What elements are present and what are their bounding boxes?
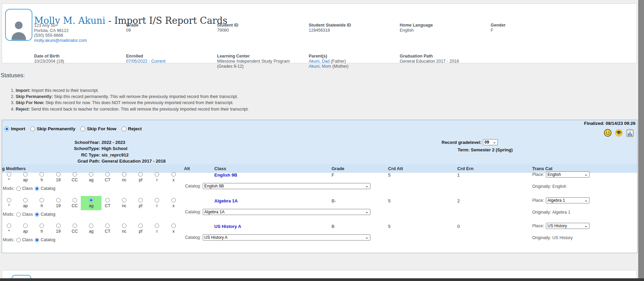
mods-catalog-radio[interactable] (35, 238, 39, 242)
modifier-radio-nc[interactable] (122, 224, 126, 228)
chevron-down-icon: ⌄ (584, 225, 588, 227)
parent-link[interactable]: Akuni, Mom (309, 64, 331, 69)
modifier-radio-ct[interactable] (105, 198, 110, 202)
smiley-icon[interactable] (603, 128, 612, 137)
status-option-reject[interactable]: Reject (122, 126, 142, 131)
modifier-label-star: * (8, 229, 10, 234)
modifier-radio-ag[interactable] (89, 172, 93, 177)
modifier-label-nc: nc (122, 229, 126, 234)
modifier-radio-h[interactable] (40, 224, 44, 228)
place-select[interactable]: US History⌄ (546, 223, 589, 229)
mods-line: Mods: Class Catalog (3, 237, 55, 242)
modifier-radio-pf[interactable] (138, 198, 143, 202)
catalog-select[interactable]: US History A⌄ (203, 234, 370, 241)
address-line: Portola, CA 96122 (34, 28, 87, 33)
status-option-skip-permanently[interactable]: Skip Permanently (30, 126, 75, 131)
status-option-skip-for-now[interactable]: Skip For Now (80, 126, 116, 131)
modifier-radio-ap[interactable] (23, 224, 28, 228)
modifier-radio-19[interactable] (56, 224, 61, 228)
mods-class-radio[interactable] (16, 186, 21, 191)
modifier-radio-star[interactable] (7, 224, 11, 228)
class-link[interactable]: Algebra 1A (214, 198, 238, 203)
mods-catalog-option[interactable]: Catalog (35, 212, 55, 217)
enrolled-link[interactable]: 07/05/2022 - Current (126, 59, 165, 64)
student-email-link[interactable]: molly.akuni@mailinator.com (34, 38, 87, 43)
modifier-radio-star[interactable] (7, 198, 11, 202)
modifier-radio-x[interactable] (171, 172, 176, 177)
mods-class-option[interactable]: Class (16, 186, 33, 191)
modifier-radio-cc[interactable] (73, 198, 77, 202)
originally-label: Originally: US History (532, 235, 573, 240)
finalized-timestamp: Finalized: 08/14/23 09:26 (584, 121, 635, 126)
record-gradelevel-select[interactable]: 09⌄ (483, 139, 498, 145)
modifier-radio-h[interactable] (40, 198, 44, 202)
chevron-down-icon: ⌄ (584, 173, 588, 176)
modifier-label-h: h (41, 229, 43, 234)
field-enrolled: Enrolled 07/05/2022 - Current (126, 54, 165, 64)
modifier-cell-cc: CC (66, 172, 83, 182)
mods-catalog-option[interactable]: Catalog (35, 186, 55, 191)
modifier-radio-ag[interactable] (89, 198, 93, 202)
modifier-radio-ag[interactable] (89, 224, 93, 228)
modifier-label-r: r (156, 229, 158, 234)
catalog-select[interactable]: English 9B⌄ (203, 183, 370, 189)
place-select[interactable]: Algebra 1⌄ (546, 197, 589, 203)
modifier-cell-x: x (165, 198, 182, 208)
crd-att-cell: 5 (388, 172, 390, 178)
address-line: 123 Any St. (34, 23, 87, 28)
modifier-radio-cc[interactable] (73, 224, 77, 228)
modifier-radio-pf[interactable] (138, 224, 143, 228)
modifier-cell-ct: CT (99, 172, 116, 182)
col-header-crd-ern: Crd Ern (457, 166, 474, 171)
modifier-radio-r[interactable] (155, 224, 159, 228)
mods-catalog-radio[interactable] (35, 212, 39, 217)
skip-permanently-radio[interactable] (30, 127, 35, 131)
status-option-import[interactable]: Import (4, 126, 25, 131)
grade-cell: B (332, 224, 335, 229)
modifier-radio-nc[interactable] (122, 198, 126, 202)
field-home-language: Home Language English (400, 23, 433, 33)
modifier-radio-19[interactable] (56, 198, 61, 202)
modifier-radio-h[interactable] (40, 172, 44, 177)
modifier-cell-h: h (34, 172, 50, 182)
modifier-radio-ct[interactable] (105, 224, 110, 228)
mods-catalog-radio[interactable] (35, 186, 39, 191)
modifier-radio-x[interactable] (171, 198, 176, 202)
modifier-cell-ap: ap (17, 172, 33, 182)
mods-class-option[interactable]: Class (16, 212, 33, 217)
modifier-radio-x[interactable] (171, 224, 176, 228)
crd-ern-cell: 1 (457, 172, 460, 178)
modifier-radio-nc[interactable] (122, 172, 126, 177)
modifier-radio-ap[interactable] (23, 172, 28, 177)
reject-radio[interactable] (122, 127, 126, 131)
status-item: Skip Permanently: Skip this record perma… (16, 94, 249, 100)
modifier-radio-star[interactable] (7, 172, 11, 177)
crd-ern-cell: 0 (457, 224, 460, 229)
catalog-select[interactable]: Algebra 1A⌄ (203, 209, 370, 215)
modifier-radio-ap[interactable] (23, 198, 28, 202)
vertical-scrollbar[interactable] (638, 0, 644, 281)
modifier-radio-r[interactable] (155, 172, 159, 177)
modifier-radio-19[interactable] (56, 172, 61, 177)
class-link[interactable]: English 9B (214, 172, 237, 178)
mods-class-radio[interactable] (16, 212, 21, 217)
mods-class-option[interactable]: Class (16, 237, 33, 242)
modifier-radio-cc[interactable] (73, 172, 77, 177)
col-header-trans-cat: Trans Cat (532, 166, 552, 171)
modifier-label-x: x (172, 204, 174, 208)
modifier-radio-ct[interactable] (105, 172, 110, 177)
skip-for-now-radio[interactable] (80, 127, 85, 131)
modifier-radio-pf[interactable] (138, 172, 143, 177)
class-link[interactable]: US History A (214, 224, 241, 229)
status-item: Import: Import this record to their tran… (16, 87, 249, 94)
chart-icon[interactable] (626, 128, 634, 137)
modifier-radio-r[interactable] (155, 198, 159, 202)
parent-link[interactable]: Akuni, Dad (309, 59, 329, 64)
modifier-strip: *aph19CCagCTncpfrx (1, 224, 182, 234)
graduation-cap-icon[interactable] (615, 128, 623, 137)
modifier-label-r: r (156, 204, 158, 208)
place-select[interactable]: English⌄ (546, 171, 589, 178)
import-radio[interactable] (4, 127, 9, 131)
mods-class-radio[interactable] (16, 238, 21, 242)
mods-catalog-option[interactable]: Catalog (35, 237, 55, 242)
